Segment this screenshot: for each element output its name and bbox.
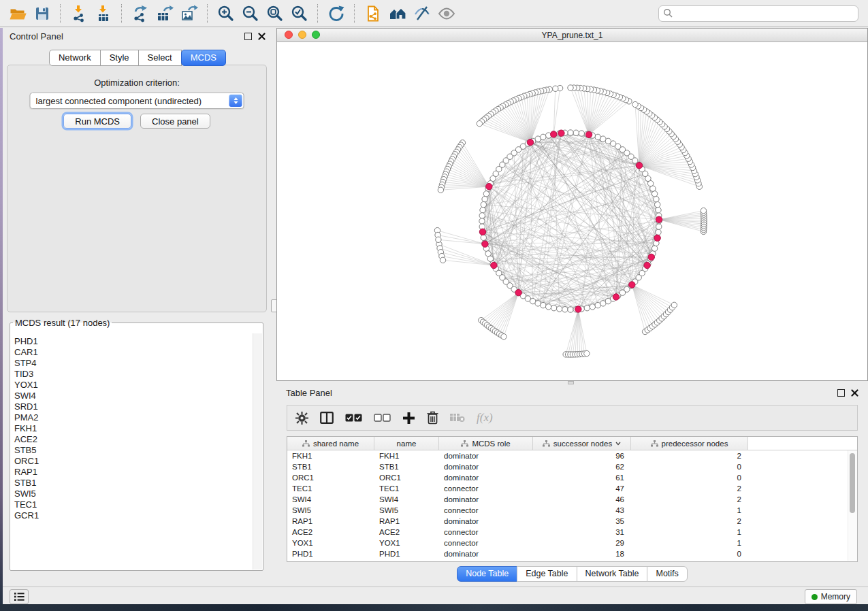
tab-select[interactable]: Select — [138, 50, 182, 66]
column-header-predecessor-nodes[interactable]: predecessor nodes — [631, 437, 748, 450]
mcds-result-item[interactable]: SWI4 — [14, 391, 253, 401]
column-header-name[interactable]: name — [374, 437, 439, 450]
mcds-result-item[interactable]: ACE2 — [14, 434, 253, 445]
save-session-icon[interactable] — [31, 3, 53, 24]
cell-predecessor-nodes[interactable]: 2 — [631, 484, 748, 493]
export-network-icon[interactable] — [129, 3, 151, 24]
mcds-result-item[interactable]: YOX1 — [14, 380, 253, 391]
table-row[interactable]: PHD1PHD1dominator180 — [287, 548, 857, 559]
cell-MCDS-role[interactable]: dominator — [439, 463, 533, 471]
cell-successor-nodes[interactable]: 31 — [533, 528, 631, 536]
cell-successor-nodes[interactable]: 62 — [533, 463, 631, 471]
share-network-document-icon[interactable] — [362, 3, 384, 24]
cell-shared-name[interactable]: SWI4 — [287, 495, 374, 503]
minimize-window-icon[interactable] — [298, 31, 306, 39]
cell-name[interactable]: STB1 — [374, 463, 439, 471]
cell-MCDS-role[interactable]: connector — [439, 484, 533, 493]
import-network-icon[interactable] — [68, 3, 90, 24]
task-history-button[interactable] — [10, 589, 29, 604]
tab-motifs[interactable]: Motifs — [647, 566, 687, 582]
column-header-MCDS-role[interactable]: MCDS role — [439, 437, 533, 450]
cell-shared-name[interactable]: RAP1 — [287, 517, 374, 525]
mcds-result-item[interactable]: PHD1 — [14, 336, 253, 347]
deselect-all-checks-icon[interactable] — [374, 414, 391, 422]
cell-successor-nodes[interactable]: 35 — [533, 517, 631, 525]
cell-predecessor-nodes[interactable]: 1 — [631, 528, 748, 536]
zoom-out-icon[interactable] — [240, 3, 261, 24]
cell-name[interactable]: RAP1 — [374, 517, 439, 525]
cell-shared-name[interactable]: TEC1 — [287, 484, 374, 493]
table-scrollbar[interactable] — [848, 450, 857, 561]
memory-button[interactable]: Memory — [805, 589, 857, 604]
delete-column-trash-icon[interactable] — [427, 411, 438, 425]
close-panel-button[interactable]: Close panel — [140, 114, 210, 129]
export-table-icon[interactable] — [154, 3, 176, 24]
hide-graphics-details-icon[interactable] — [411, 3, 433, 24]
tab-mcds[interactable]: MCDS — [181, 50, 226, 66]
cell-name[interactable]: ACE2 — [374, 528, 439, 536]
mcds-list-scrollbar[interactable] — [253, 333, 262, 569]
cell-successor-nodes[interactable]: 18 — [533, 550, 631, 558]
cell-MCDS-role[interactable]: connector — [439, 506, 533, 514]
maximize-window-icon[interactable] — [312, 31, 320, 39]
cell-successor-nodes[interactable]: 96 — [533, 452, 631, 460]
mcds-result-item[interactable]: CAR1 — [14, 347, 253, 358]
cell-shared-name[interactable]: ACE2 — [287, 528, 374, 536]
cell-MCDS-role[interactable]: dominator — [439, 495, 533, 503]
show-graphics-details-icon[interactable] — [436, 3, 457, 24]
cell-MCDS-role[interactable]: dominator — [439, 474, 533, 482]
cell-predecessor-nodes[interactable]: 2 — [631, 517, 748, 525]
mcds-result-item[interactable]: PMA2 — [14, 412, 253, 423]
cell-MCDS-role[interactable]: connector — [439, 528, 533, 536]
close-panel-icon[interactable] — [851, 389, 858, 397]
cell-name[interactable]: PHD1 — [374, 550, 439, 558]
tab-style[interactable]: Style — [100, 50, 139, 66]
open-session-icon[interactable] — [7, 3, 29, 24]
search-box[interactable] — [658, 5, 858, 22]
cell-successor-nodes[interactable]: 46 — [533, 495, 631, 503]
cell-name[interactable]: FKH1 — [374, 452, 439, 460]
mcds-result-item[interactable]: RAP1 — [14, 467, 253, 478]
mcds-result-item[interactable]: TID3 — [14, 369, 253, 380]
close-window-icon[interactable] — [285, 31, 293, 39]
cell-predecessor-nodes[interactable]: 1 — [631, 506, 748, 514]
table-row[interactable]: YOX1YOX1connector291 — [287, 538, 857, 548]
network-window-titlebar[interactable]: YPA_prune.txt_1 — [277, 29, 867, 42]
run-mcds-button[interactable]: Run MCDS — [63, 114, 131, 129]
mcds-result-item[interactable]: SWI5 — [14, 489, 253, 499]
table-row[interactable]: FKH1FKH1dominator962 — [287, 450, 857, 461]
cell-name[interactable]: TEC1 — [374, 484, 439, 493]
close-panel-icon[interactable] — [258, 33, 266, 40]
mcds-result-item[interactable]: STB5 — [14, 445, 253, 456]
cell-shared-name[interactable]: FKH1 — [287, 452, 374, 460]
table-row[interactable]: TEC1TEC1connector472 — [287, 483, 857, 494]
cell-shared-name[interactable]: YOX1 — [287, 539, 374, 547]
tab-network-table[interactable]: Network Table — [577, 566, 648, 582]
mcds-result-item[interactable]: FKH1 — [14, 423, 253, 434]
table-row[interactable]: ACE2ACE2connector311 — [287, 527, 857, 538]
cell-predecessor-nodes[interactable]: 2 — [631, 452, 748, 460]
import-table-icon[interactable] — [93, 3, 114, 24]
mcds-result-item[interactable]: SRD1 — [14, 401, 253, 412]
cell-MCDS-role[interactable]: dominator — [439, 550, 533, 558]
mcds-result-item[interactable]: STP4 — [14, 358, 253, 369]
cell-successor-nodes[interactable]: 43 — [533, 506, 631, 514]
show-column-panel-icon[interactable] — [320, 412, 334, 424]
table-row[interactable]: SWI5SWI5connector431 — [287, 505, 857, 516]
cell-predecessor-nodes[interactable]: 0 — [631, 463, 748, 471]
cell-shared-name[interactable]: STB1 — [287, 463, 374, 471]
cell-MCDS-role[interactable]: dominator — [439, 452, 533, 460]
table-row[interactable]: ORC1ORC1dominator610 — [287, 472, 857, 483]
zoom-fit-icon[interactable] — [264, 3, 286, 24]
table-settings-gear-icon[interactable] — [295, 412, 308, 425]
mcds-result-item[interactable]: ORC1 — [14, 456, 253, 467]
cell-MCDS-role[interactable]: dominator — [439, 517, 533, 525]
network-overview-icon[interactable] — [387, 3, 408, 24]
column-header-shared-name[interactable]: shared name — [287, 437, 374, 450]
cell-name[interactable]: ORC1 — [374, 474, 439, 482]
cell-predecessor-nodes[interactable]: 0 — [631, 474, 748, 482]
cell-successor-nodes[interactable]: 47 — [533, 484, 631, 493]
cell-shared-name[interactable]: PHD1 — [287, 550, 374, 558]
cell-successor-nodes[interactable]: 29 — [533, 539, 631, 547]
scrollbar-thumb[interactable] — [850, 453, 855, 513]
